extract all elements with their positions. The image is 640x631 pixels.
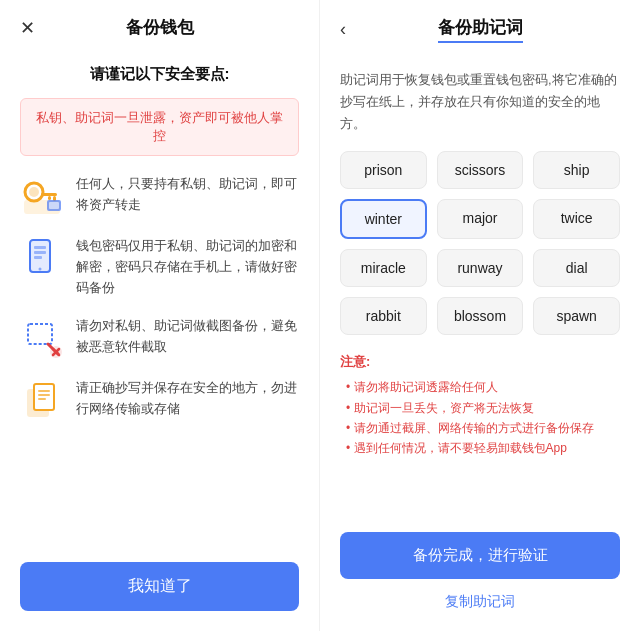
right-header: ‹ 备份助记词	[320, 0, 640, 59]
svg-rect-14	[28, 324, 52, 344]
word-chip-3: winter	[340, 199, 427, 239]
copy-icon	[20, 378, 64, 422]
svg-rect-11	[34, 251, 46, 254]
left-body: 请谨记以下安全要点: 私钥、助记词一旦泄露，资产即可被他人掌控 任何人，只要持有…	[0, 55, 319, 631]
close-button[interactable]: ✕	[20, 17, 35, 39]
word-chip-11: spawn	[533, 297, 620, 335]
backup-verify-button[interactable]: 备份完成，进行验证	[340, 532, 620, 579]
safety-text-4: 请正确抄写并保存在安全的地方，勿进行网络传输或存储	[76, 378, 299, 420]
safety-text-2: 钱包密码仅用于私钥、助记词的加密和解密，密码只存储在手机上，请做好密码备份	[76, 236, 299, 298]
notice-item-1: • 助记词一旦丢失，资产将无法恢复	[340, 398, 620, 418]
left-footer: 我知道了	[0, 548, 319, 631]
copy-mnemonic-button[interactable]: 复制助记词	[340, 589, 620, 615]
right-footer: 备份完成，进行验证 复制助记词	[320, 522, 640, 631]
notice-item-2: • 请勿通过截屏、网络传输的方式进行备份保存	[340, 418, 620, 438]
left-header: ✕ 备份钱包	[0, 0, 319, 55]
key-icon	[20, 174, 64, 218]
svg-rect-5	[48, 196, 51, 200]
back-button[interactable]: ‹	[340, 19, 346, 40]
word-chip-5: twice	[533, 199, 620, 239]
mnemonic-description: 助记词用于恢复钱包或重置钱包密码,将它准确的抄写在纸上，并存放在只有你知道的安全…	[340, 69, 620, 135]
word-grid: prisonscissorsshipwintermajortwicemiracl…	[340, 151, 620, 335]
notice-item-0: • 请勿将助记词透露给任何人	[340, 377, 620, 397]
svg-rect-12	[34, 256, 42, 259]
word-chip-1: scissors	[437, 151, 524, 189]
confirm-button[interactable]: 我知道了	[20, 562, 299, 611]
safety-item-2: 钱包密码仅用于私钥、助记词的加密和解密，密码只存储在手机上，请做好密码备份	[20, 236, 299, 298]
svg-point-2	[29, 187, 39, 197]
word-chip-10: blossom	[437, 297, 524, 335]
svg-rect-23	[38, 398, 46, 400]
svg-rect-3	[41, 193, 57, 196]
word-chip-6: miracle	[340, 249, 427, 287]
right-title: 备份助记词	[438, 16, 523, 43]
screenshot-icon	[20, 316, 64, 360]
left-panel: ✕ 备份钱包 请谨记以下安全要点: 私钥、助记词一旦泄露，资产即可被他人掌控	[0, 0, 320, 631]
safety-item-1: 任何人，只要持有私钥、助记词，即可将资产转走	[20, 174, 299, 218]
word-chip-4: major	[437, 199, 524, 239]
notice-section: 注意: • 请勿将助记词透露给任何人• 助记词一旦丢失，资产将无法恢复• 请勿通…	[340, 353, 620, 459]
svg-rect-10	[34, 246, 46, 249]
left-title: 备份钱包	[126, 16, 194, 39]
safety-item-4: 请正确抄写并保存在安全的地方，勿进行网络传输或存储	[20, 378, 299, 422]
svg-rect-21	[38, 390, 50, 392]
word-chip-0: prison	[340, 151, 427, 189]
notice-title: 注意:	[340, 353, 620, 371]
safety-item-3: 请勿对私钥、助记词做截图备份，避免被恶意软件截取	[20, 316, 299, 360]
svg-rect-22	[38, 394, 50, 396]
word-chip-9: rabbit	[340, 297, 427, 335]
notice-item-3: • 遇到任何情况，请不要轻易卸载钱包App	[340, 438, 620, 458]
word-chip-8: dial	[533, 249, 620, 287]
word-chip-7: runway	[437, 249, 524, 287]
svg-rect-20	[34, 384, 54, 410]
phone-lock-icon	[20, 236, 64, 280]
word-chip-2: ship	[533, 151, 620, 189]
safety-text-3: 请勿对私钥、助记词做截图备份，避免被恶意软件截取	[76, 316, 299, 358]
right-panel: ‹ 备份助记词 助记词用于恢复钱包或重置钱包密码,将它准确的抄写在纸上，并存放在…	[320, 0, 640, 631]
safety-title: 请谨记以下安全要点:	[20, 65, 299, 84]
warning-banner: 私钥、助记词一旦泄露，资产即可被他人掌控	[20, 98, 299, 156]
safety-text-1: 任何人，只要持有私钥、助记词，即可将资产转走	[76, 174, 299, 216]
svg-point-13	[39, 268, 42, 271]
svg-rect-7	[49, 202, 59, 209]
